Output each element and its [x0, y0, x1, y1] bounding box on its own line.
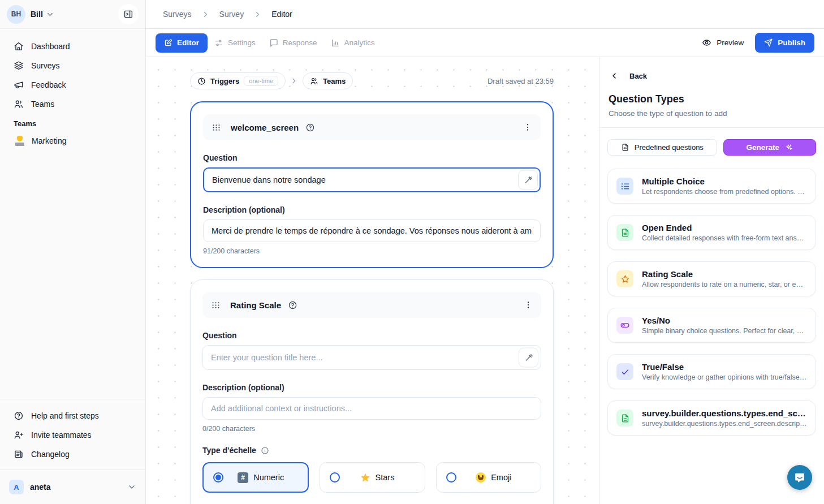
info-icon[interactable]	[261, 446, 269, 455]
publish-button[interactable]: Publish	[755, 33, 814, 53]
tab-response[interactable]: Response	[262, 33, 324, 53]
users-icon	[14, 99, 24, 109]
scale-type-options: # Numeric ★ Stars	[202, 462, 541, 493]
tab-editor[interactable]: Editor	[156, 33, 208, 53]
drag-handle-icon[interactable]	[212, 123, 221, 132]
drag-handle-icon[interactable]	[211, 300, 221, 310]
workspace-name: Bill	[31, 10, 43, 19]
account-switcher[interactable]: A aneta	[6, 476, 140, 498]
sidebar-item-dashboard[interactable]: Dashboard	[6, 37, 140, 56]
radio-unselected[interactable]	[330, 472, 340, 483]
send-icon	[764, 38, 773, 47]
question-type-open-ended[interactable]: Open Ended Collect detailed responses wi…	[607, 215, 816, 250]
sidebar-item-surveys[interactable]: Surveys	[6, 56, 140, 75]
technologist-emoji	[15, 136, 25, 146]
user-plus-icon	[14, 430, 24, 440]
question-types-panel: Back Question Types Choose the type of q…	[599, 57, 824, 504]
triggers-pill[interactable]: Triggers one-time	[190, 72, 286, 89]
sidebar-item-label: Help and first steps	[31, 411, 99, 420]
chat-bubble-icon	[793, 471, 806, 484]
home-icon	[14, 41, 24, 51]
radio-unselected[interactable]	[446, 472, 456, 483]
question-type-multiple-choice[interactable]: Multiple Choice Let respondents choose f…	[607, 169, 816, 204]
chat-launcher-button[interactable]	[787, 465, 812, 490]
tab-label: Settings	[228, 38, 256, 47]
question-card-welcome-screen[interactable]: welcome_screen Question	[190, 101, 554, 268]
radio-selected[interactable]	[213, 472, 223, 483]
magic-wand-button[interactable]	[519, 348, 538, 368]
question-type-name: Open Ended	[642, 223, 807, 232]
teams-pill-label: Teams	[323, 77, 346, 85]
scale-option-numeric[interactable]: # Numeric	[202, 462, 309, 493]
sidebar-item-marketing[interactable]: Marketing	[6, 131, 140, 150]
scale-option-emoji[interactable]: Emoji	[436, 462, 541, 493]
draft-status: Draft saved at 23:59	[488, 77, 554, 85]
file-text-icon	[616, 410, 633, 427]
question-type-name: survey.builder.questions.types.end_scr..…	[642, 408, 807, 418]
tab-analytics[interactable]: Analytics	[324, 33, 382, 53]
sidebar-collapse-button[interactable]	[118, 4, 139, 24]
predefined-questions-button[interactable]: Predefined questions	[607, 139, 717, 156]
question-card-title: welcome_screen	[231, 123, 299, 132]
sidebar-item-label: Invite teammates	[31, 430, 92, 440]
help-circle-icon	[14, 411, 24, 421]
scale-option-stars[interactable]: ★ Stars	[320, 462, 425, 493]
eye-icon	[702, 38, 711, 48]
scale-option-label: Stars	[376, 473, 395, 482]
question-type-true-false[interactable]: True/False Verify knowledge or gather op…	[607, 354, 816, 389]
back-button[interactable]: Back	[610, 71, 816, 80]
teams-pill[interactable]: Teams	[303, 72, 353, 89]
question-type-yes-no[interactable]: Yes/No Simple binary choice questions. P…	[607, 308, 816, 343]
sidebar-item-label: Changelog	[31, 450, 70, 459]
question-type-name: Rating Scale	[642, 269, 807, 279]
question-description-input[interactable]	[202, 397, 541, 420]
question-title-input[interactable]	[203, 167, 541, 192]
survey-flow-row: Triggers one-time Teams Draft sav	[190, 72, 554, 89]
toggle-icon	[616, 317, 633, 334]
question-type-desc: Allow respondents to rate on a numeric, …	[642, 281, 807, 288]
question-type-rating-scale[interactable]: Rating Scale Allow respondents to rate o…	[607, 261, 816, 296]
sidebar-item-teams[interactable]: Teams	[6, 94, 140, 114]
generate-button[interactable]: Generate	[723, 139, 816, 156]
workspace-switcher[interactable]: BH Bill	[0, 0, 145, 29]
question-description-input[interactable]	[203, 219, 541, 242]
magic-wand-button[interactable]	[518, 170, 538, 190]
smiley-emoji	[476, 472, 486, 483]
help-circle-icon[interactable]	[288, 300, 297, 310]
sidebar-item-help[interactable]: Help and first steps	[6, 406, 140, 425]
bar-chart-icon	[331, 38, 340, 48]
question-type-name: Multiple Choice	[642, 176, 807, 186]
sparkles-icon	[784, 143, 793, 152]
file-text-icon	[616, 224, 633, 241]
kebab-menu-icon[interactable]	[523, 123, 532, 132]
question-type-desc: survey.builder.questions.types.end_scree…	[642, 420, 807, 428]
preview-label: Preview	[717, 38, 744, 47]
chevron-left-icon	[610, 71, 619, 80]
question-card-header[interactable]: Rating Scale	[202, 292, 541, 318]
question-card-header[interactable]: welcome_screen	[203, 114, 541, 140]
publish-label: Publish	[778, 38, 805, 47]
tab-settings[interactable]: Settings	[208, 33, 262, 53]
kebab-menu-icon[interactable]	[524, 300, 533, 309]
tab-label: Editor	[177, 38, 199, 47]
sidebar-item-invite[interactable]: Invite teammates	[6, 425, 140, 445]
sidebar-nav: Dashboard Surveys Feedback Teams	[0, 29, 145, 150]
breadcrumb-survey[interactable]: Survey	[219, 10, 244, 19]
sidebar-item-feedback[interactable]: Feedback	[6, 75, 140, 94]
sidebar: BH Bill Dashboard Surveys	[0, 0, 146, 504]
sidebar-item-changelog[interactable]: Changelog	[6, 445, 140, 464]
file-code-icon	[621, 143, 629, 152]
question-type-end-screen[interactable]: survey.builder.questions.types.end_scr..…	[607, 400, 816, 436]
help-circle-icon[interactable]	[305, 123, 315, 132]
panel-divider	[599, 127, 824, 128]
sidebar-item-label: Surveys	[31, 61, 60, 70]
toolbar-actions: Preview Publish	[702, 33, 814, 53]
teams-section-label: Teams	[6, 114, 140, 131]
tab-label: Response	[283, 38, 317, 47]
preview-button[interactable]: Preview	[702, 38, 744, 48]
question-card-rating-scale[interactable]: Rating Scale Question	[190, 279, 554, 504]
team-label: Marketing	[32, 136, 66, 145]
question-title-input[interactable]	[202, 345, 541, 370]
breadcrumb-surveys[interactable]: Surveys	[163, 10, 192, 19]
breadcrumb-editor[interactable]: Editor	[271, 10, 292, 19]
